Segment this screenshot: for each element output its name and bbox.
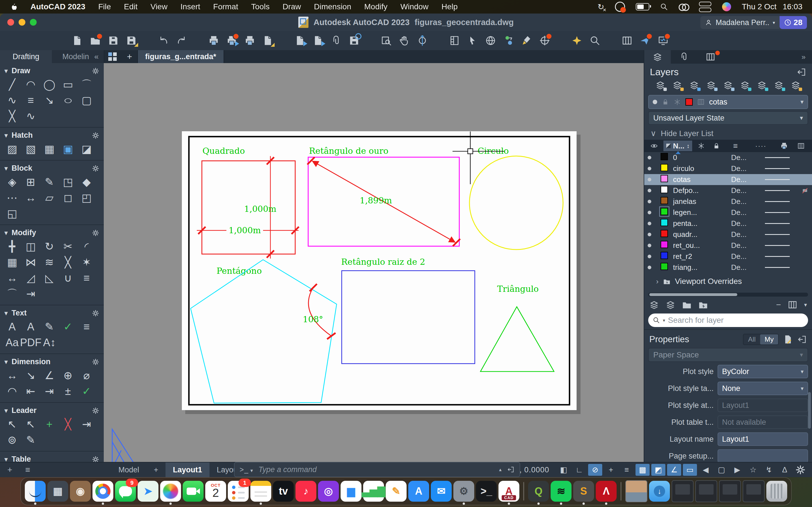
offset-tool[interactable]: ≋ (42, 255, 56, 269)
drawing-area[interactable]: Quadrado 1,000m 1,000m Retângulo de ouro (104, 63, 644, 476)
dynamic-input-toggle[interactable]: ▭ (683, 464, 697, 476)
measure-tool[interactable]: ↔ (24, 191, 38, 205)
control-center-icon[interactable] (699, 2, 711, 12)
selection-cycling-toggle[interactable]: ◩ (651, 464, 665, 476)
chevron-down-icon[interactable]: ▾ (663, 318, 665, 323)
layer-color-swatch[interactable] (661, 241, 668, 248)
layer-states-icon[interactable] (649, 300, 659, 309)
ucs-icon-button[interactable] (538, 34, 552, 47)
autocad-app[interactable]: CAD A (499, 481, 519, 502)
menu-item[interactable]: Tools (251, 2, 269, 11)
messages-app[interactable]: 9 (115, 481, 136, 502)
arc-tool[interactable]: ◠ (24, 77, 38, 92)
layer-linetype[interactable] (765, 245, 801, 246)
quick-select-button[interactable] (466, 34, 479, 47)
text-edit-tool[interactable]: ✎ (42, 320, 56, 334)
previous-layer-button[interactable] (689, 80, 700, 91)
layer-color-swatch[interactable] (661, 164, 668, 171)
tolerance-tool[interactable]: ± (61, 384, 75, 398)
new-drawing-button[interactable] (70, 34, 84, 47)
freeze-column-icon[interactable] (695, 142, 707, 150)
menu-item[interactable]: Format (213, 2, 238, 11)
freeze-layer-button[interactable] (740, 80, 750, 91)
layer-linetype[interactable] (765, 267, 801, 268)
layer-lineweight[interactable]: De... (731, 230, 765, 239)
layer-row[interactable]: 0 De... (644, 152, 812, 163)
launchpad-app[interactable]: ▦ (47, 481, 68, 502)
layer-color-swatch[interactable] (661, 230, 668, 237)
layer-off-button[interactable] (757, 80, 767, 91)
link-icon[interactable] (679, 3, 688, 10)
layer-row[interactable]: Defpo... De... (644, 185, 812, 196)
point-tool[interactable]: ◆ (80, 175, 94, 189)
layer-list-scrollbar[interactable] (648, 293, 808, 297)
dimension-update-tool[interactable]: ✓ (80, 384, 94, 398)
layer-linetype[interactable] (765, 212, 801, 213)
import-button[interactable] (293, 34, 307, 47)
selection-area-button[interactable]: ▢ (714, 464, 728, 476)
layer-color-swatch[interactable] (661, 186, 668, 193)
attach-palette-tab[interactable] (671, 50, 697, 64)
blend-tool[interactable]: ⌒ (5, 287, 19, 301)
center-mark-tool[interactable]: ⊕ (61, 369, 75, 383)
render-region-button[interactable] (588, 34, 602, 47)
save-button[interactable] (107, 34, 120, 47)
layer-settings-icon[interactable] (666, 300, 675, 309)
property-value[interactable]: ▾ (718, 449, 808, 462)
next-view-button[interactable]: ▶ (730, 464, 744, 476)
podcasts-app[interactable]: ◎ (318, 481, 339, 502)
palette-tab[interactable]: Drafting (0, 50, 52, 63)
mirror-tool[interactable]: ⋈ (24, 255, 38, 269)
angle-override-toggle[interactable]: ∠ (667, 464, 681, 476)
multiline-tool[interactable]: ≡ (24, 93, 38, 107)
layer-lineweight[interactable]: De... (731, 164, 765, 173)
section-collapse-icon[interactable]: ▾ (4, 67, 8, 75)
annotation-visibility-toggle[interactable]: ☆ (746, 464, 760, 476)
menu-item[interactable]: Insert (181, 2, 200, 11)
notes-app[interactable] (250, 481, 271, 502)
layer-lineweight[interactable]: De... (731, 175, 765, 184)
aligned-dimension-tool[interactable]: ↘ (24, 369, 38, 383)
menu-app-name[interactable]: AutoCAD 2023 (31, 2, 85, 11)
ray-tool[interactable]: ↘ (42, 93, 56, 107)
attach-button[interactable] (329, 34, 343, 47)
music-app[interactable]: ♪ (296, 481, 316, 502)
arc-3-point-tool[interactable]: ⌒ (80, 77, 94, 92)
point-style-button[interactable] (502, 34, 515, 47)
lineweight-toggle[interactable]: ≡ (620, 464, 634, 476)
region-tool[interactable]: ▱ (42, 191, 56, 205)
user-account-button[interactable]: Madalena Perr.. ▾ (700, 16, 779, 29)
hatch-edit-tool[interactable]: ◪ (80, 142, 94, 156)
share-button[interactable] (638, 34, 652, 47)
baseline-dimension-tool[interactable]: ⇤ (24, 384, 38, 398)
property-value[interactable]: None ▾ (718, 382, 808, 395)
layer-lineweight[interactable]: De... (731, 219, 765, 228)
chrome-app[interactable] (93, 481, 113, 502)
rotate-tool[interactable]: ↻ (42, 239, 56, 253)
gear-icon[interactable] (92, 132, 99, 139)
layer-row[interactable]: penta... De... (644, 218, 812, 229)
line-tool[interactable]: ╱ (5, 77, 19, 92)
circle-tool[interactable]: ◯ (42, 77, 56, 92)
move-tool[interactable]: ╋ (5, 239, 19, 253)
vp-column-icon[interactable] (795, 142, 807, 150)
close-panel-icon[interactable] (797, 335, 807, 344)
minimized-window-3[interactable] (719, 480, 741, 502)
gear-icon[interactable] (92, 67, 99, 75)
menu-item[interactable]: Help (442, 2, 458, 11)
drawing-tab[interactable]: figuras_g...entrada* (137, 50, 224, 63)
share-command-icon[interactable] (507, 466, 515, 473)
multileader-tool[interactable]: ↖ (5, 417, 19, 431)
plot-column-icon[interactable] (776, 142, 792, 150)
layer-search-field[interactable]: ▾ Search for layer (648, 314, 808, 327)
lock-layer-button[interactable] (774, 80, 784, 91)
autoscale-toggle[interactable]: ↯ (762, 464, 776, 476)
hide-layer-list-toggle[interactable]: ∨ Hide Layer List (644, 126, 812, 140)
command-line[interactable]: >_▾ Type a command ▴ (234, 462, 520, 477)
section-collapse-icon[interactable]: ▾ (4, 165, 8, 172)
ortho-mode-toggle[interactable]: ∟ (572, 464, 587, 476)
calendar-app[interactable]: OCT 2 (205, 481, 226, 502)
define-attributes-tool[interactable]: ◳ (61, 175, 75, 189)
annotation-scale-button[interactable]: Δ (777, 464, 792, 476)
undo-button[interactable] (157, 34, 170, 47)
